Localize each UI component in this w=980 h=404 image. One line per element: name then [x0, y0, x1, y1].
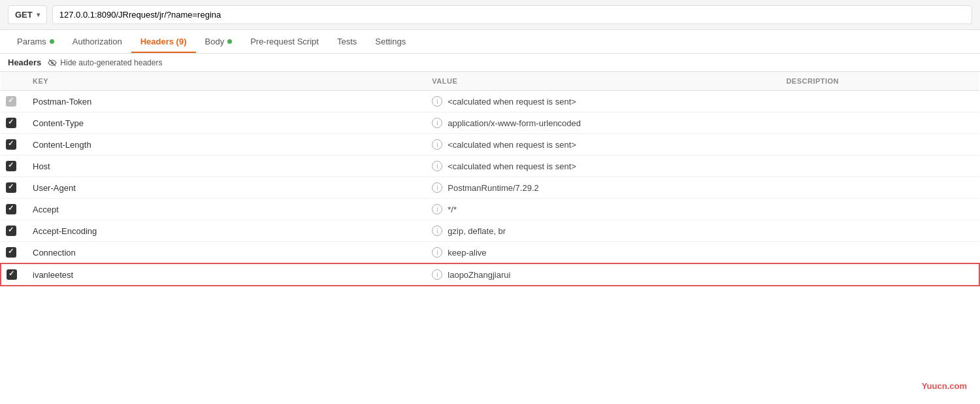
info-icon[interactable]: i: [432, 96, 442, 107]
info-icon[interactable]: i: [432, 247, 442, 258]
cell-checkbox[interactable]: [1, 112, 25, 134]
cell-description: [778, 242, 979, 264]
cell-key: Host: [25, 156, 424, 177]
tab-headers[interactable]: Headers (9): [131, 30, 196, 53]
cell-checkbox[interactable]: [1, 156, 25, 177]
cell-key: Content-Type: [25, 112, 424, 134]
cell-value: i<calculated when request is sent>: [424, 91, 778, 112]
body-dot: [227, 39, 232, 44]
value-text: <calculated when request is sent>: [448, 140, 576, 150]
info-icon[interactable]: i: [432, 226, 442, 236]
cell-value: iapplication/x-www-form-urlencoded: [424, 112, 778, 134]
method-chevron-icon: ▾: [37, 11, 40, 18]
table-row: Hosti<calculated when request is sent>: [1, 156, 979, 177]
th-value: VALUE: [424, 72, 778, 91]
checkbox[interactable]: [6, 139, 16, 150]
info-icon[interactable]: i: [432, 204, 442, 214]
hide-auto-headers-button[interactable]: Hide auto-generated headers: [48, 58, 162, 67]
cell-key: User-Agent: [25, 177, 424, 199]
value-text: laopoZhangjiarui: [448, 270, 510, 280]
value-text: <calculated when request is sent>: [448, 161, 576, 171]
checkbox[interactable]: [6, 96, 16, 107]
table-header: KEY VALUE DESCRIPTION: [1, 72, 979, 91]
cell-value: iPostmanRuntime/7.29.2: [424, 177, 778, 199]
cell-key: Connection: [25, 242, 424, 264]
table-row: Content-Typeiapplication/x-www-form-urle…: [1, 112, 979, 134]
table-row: Connectionikeep-alive: [1, 242, 979, 264]
hide-icon: [48, 58, 57, 67]
value-text: */*: [448, 205, 457, 214]
hide-label: Hide auto-generated headers: [60, 58, 162, 67]
cell-description: [778, 156, 979, 177]
value-text: <calculated when request is sent>: [448, 97, 576, 107]
cell-value: igzip, deflate, br: [424, 220, 778, 242]
checkbox[interactable]: [6, 204, 16, 214]
info-icon[interactable]: i: [432, 161, 442, 171]
cell-description: [778, 112, 979, 134]
tab-settings[interactable]: Settings: [366, 30, 415, 53]
cell-description: [778, 220, 979, 242]
tabs-bar: Params Authorization Headers (9) Body Pr…: [0, 30, 980, 54]
info-icon[interactable]: i: [432, 182, 442, 193]
th-description: DESCRIPTION: [778, 72, 979, 91]
checkbox[interactable]: [7, 269, 17, 280]
info-icon[interactable]: i: [432, 139, 442, 150]
tab-params[interactable]: Params: [8, 30, 63, 53]
cell-checkbox[interactable]: [1, 91, 25, 112]
table-row: Accept-Encodingigzip, deflate, br: [1, 220, 979, 242]
cell-description: [778, 177, 979, 199]
cell-key: Content-Length: [25, 134, 424, 156]
tab-body[interactable]: Body: [196, 30, 242, 53]
table-row: Accepti*/*: [1, 199, 979, 220]
cell-key: Accept-Encoding: [25, 220, 424, 242]
cell-checkbox[interactable]: [1, 199, 25, 220]
cell-key: ivanleetest: [25, 263, 424, 286]
tab-tests[interactable]: Tests: [328, 30, 366, 53]
cell-value: ikeep-alive: [424, 242, 778, 264]
tab-authorization[interactable]: Authorization: [63, 30, 131, 53]
cell-value: i<calculated when request is sent>: [424, 134, 778, 156]
checkbox[interactable]: [6, 247, 16, 258]
cell-checkbox[interactable]: [1, 242, 25, 264]
checkbox[interactable]: [6, 226, 16, 236]
info-icon[interactable]: i: [432, 118, 442, 128]
table-row: Content-Lengthi<calculated when request …: [1, 134, 979, 156]
tab-pre-request-script[interactable]: Pre-request Script: [241, 30, 328, 53]
table-row: Postman-Tokeni<calculated when request i…: [1, 91, 979, 112]
cell-description: [778, 199, 979, 220]
value-text: application/x-www-form-urlencoded: [448, 118, 581, 128]
th-key: KEY: [25, 72, 424, 91]
cell-checkbox[interactable]: [1, 220, 25, 242]
value-text: gzip, deflate, br: [448, 226, 506, 236]
url-bar: GET ▾: [0, 0, 980, 30]
subbar-label: Headers: [8, 58, 41, 67]
cell-value: i*/*: [424, 199, 778, 220]
th-checkbox: [1, 72, 25, 91]
checkbox[interactable]: [6, 161, 16, 171]
checkbox[interactable]: [6, 182, 16, 193]
cell-checkbox[interactable]: [1, 177, 25, 199]
params-dot: [50, 39, 54, 44]
cell-value: i<calculated when request is sent>: [424, 156, 778, 177]
value-text: PostmanRuntime/7.29.2: [448, 183, 538, 193]
cell-value: ilaopoZhangjiarui: [424, 263, 778, 286]
cell-key: Postman-Token: [25, 91, 424, 112]
value-text: keep-alive: [448, 248, 486, 258]
checkbox[interactable]: [6, 118, 16, 128]
cell-checkbox[interactable]: [1, 134, 25, 156]
method-select[interactable]: GET ▾: [8, 5, 47, 24]
sub-bar: Headers Hide auto-generated headers: [0, 54, 980, 72]
cell-description: [778, 91, 979, 112]
url-input[interactable]: [52, 5, 972, 24]
table-row: User-AgentiPostmanRuntime/7.29.2: [1, 177, 979, 199]
headers-table: KEY VALUE DESCRIPTION Postman-Tokeni<cal…: [0, 72, 980, 286]
method-label: GET: [15, 10, 33, 20]
cell-description: [778, 263, 979, 286]
cell-description: [778, 134, 979, 156]
table-row: ivanleetestilaopoZhangjiarui: [1, 263, 979, 286]
info-icon[interactable]: i: [432, 269, 442, 280]
cell-checkbox[interactable]: [1, 263, 25, 286]
cell-key: Accept: [25, 199, 424, 220]
